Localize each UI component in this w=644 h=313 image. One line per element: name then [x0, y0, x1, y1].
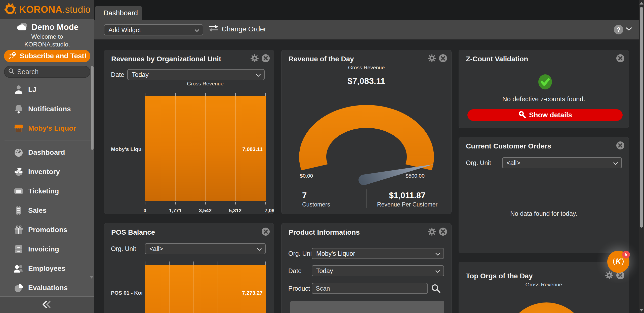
org-unit-select[interactable]: <all>	[502, 157, 622, 168]
sidebar-item-promotions[interactable]: Promotions	[0, 220, 94, 239]
logo-bar: KORONA.studio	[0, 0, 94, 19]
receipt-icon	[13, 205, 24, 216]
sidebar-item-mobys-liquor[interactable]: Moby's Liquor	[0, 119, 94, 138]
gear-icon[interactable]	[428, 227, 436, 236]
widget-top-orgs-of-the-day: Top Orgs of the Day Gross Revenue	[459, 262, 629, 313]
widget-title: Product Informations	[289, 228, 360, 236]
org-unit-label: Org. Unit	[288, 250, 313, 257]
widget-pos-balance: POS Balance Org. Unit <all>	[104, 223, 274, 313]
chevron-down-icon	[435, 267, 440, 275]
demo-mode-title: Demo Mode	[31, 22, 78, 32]
empty-state-message: No data found for today.	[459, 210, 629, 217]
magnifier-plus-icon	[518, 110, 526, 120]
x-tick: 7,083	[265, 208, 274, 214]
sidebar-collapse-button[interactable]	[0, 296, 94, 313]
close-icon[interactable]	[616, 141, 625, 150]
bar-value-label: 7,083.11	[242, 146, 263, 152]
sidebar-item-sales[interactable]: Sales	[0, 201, 94, 220]
bell-icon	[13, 103, 24, 115]
swap-arrows-icon	[208, 24, 219, 34]
close-icon[interactable]	[261, 227, 270, 236]
zcount-message: No defective z-counts found.	[459, 95, 629, 103]
close-icon[interactable]	[439, 227, 447, 236]
people-icon	[13, 263, 24, 274]
org-unit-select[interactable]: <all>	[145, 243, 266, 254]
chevron-down-icon[interactable]	[626, 27, 632, 32]
widget-revenues-by-org-unit: Revenues by Organizational Unit Date Tod…	[104, 50, 274, 214]
customers-stat: 7 Customers	[302, 191, 330, 208]
chevron-down-icon	[256, 71, 261, 78]
bar-pos-01[interactable]	[145, 265, 266, 313]
sidebar-search[interactable]	[4, 66, 90, 78]
gift-icon	[13, 224, 24, 235]
sidebar-item-notifications[interactable]: Notifications	[0, 99, 94, 119]
success-check-icon	[538, 74, 552, 91]
subscribe-button[interactable]: Subscribe and Test!	[4, 50, 90, 62]
gear-icon[interactable]	[605, 271, 614, 280]
widget-title: Z-Count Validation	[466, 55, 528, 63]
sidebar-item-invoicing[interactable]: Invoicing	[0, 239, 94, 259]
bar-value-label: 7,273.27	[242, 290, 263, 296]
window-scrollbar[interactable]	[639, 0, 644, 313]
scroll-down-arrow[interactable]	[639, 309, 643, 311]
cabinet-icon	[13, 244, 24, 255]
sidebar-menu: LJ Notifications Moby's Liquor	[0, 80, 94, 297]
sidebar-divider	[0, 138, 94, 143]
close-icon[interactable]	[439, 54, 447, 63]
sidebar-item-evaluations[interactable]: Evaluations	[0, 278, 94, 297]
search-icon	[8, 68, 15, 76]
widget-z-count-validation: Z-Count Validation No defective z-counts…	[459, 50, 629, 128]
pie-chart[interactable]	[505, 302, 588, 313]
widget-title: Revenues by Organizational Unit	[111, 55, 221, 63]
x-tick: 3,542	[195, 208, 215, 214]
help-icon[interactable]: ?	[614, 25, 623, 34]
sidebar-item-inventory[interactable]: Inventory	[0, 162, 94, 181]
gear-icon[interactable]	[250, 54, 259, 63]
widget-revenue-of-the-day: Revenue of the Day Gross Revenue $7,083.…	[281, 50, 452, 214]
svg-text:K: K	[616, 257, 622, 266]
product-scan-input[interactable]	[312, 283, 428, 294]
add-widget-select[interactable]: Add Widget	[104, 24, 203, 35]
y-axis-category-label: Moby's Liquor	[111, 146, 142, 152]
search-icon[interactable]	[431, 284, 441, 295]
chevron-down-icon	[257, 245, 262, 252]
widget-title: POS Balance	[111, 228, 155, 236]
scroll-up-arrow[interactable]	[639, 2, 643, 5]
pie-chart-icon	[13, 282, 24, 293]
date-select[interactable]: Today	[127, 69, 265, 80]
tab-dashboard[interactable]: Dashboard	[95, 6, 142, 20]
demo-mode-row: Demo Mode	[0, 22, 94, 32]
sidebar-item-employees[interactable]: Employees	[0, 259, 94, 278]
sidebar-item-dashboard[interactable]: Dashboard	[0, 143, 94, 162]
close-icon[interactable]	[616, 54, 625, 63]
cloud-icon	[16, 22, 29, 32]
stats-vertical-divider	[366, 189, 367, 208]
widget-title: Current Customer Orders	[466, 142, 551, 150]
chart-title: Gross Revenue	[459, 282, 629, 288]
date-label: Date	[288, 267, 302, 275]
gauge-metric-value: $7,083.11	[281, 76, 451, 86]
sidebar: KORONA.studio Demo Mode Welcome to KORON…	[0, 0, 94, 313]
collapse-chevrons-icon	[42, 301, 52, 309]
gauge-arc	[299, 105, 434, 170]
show-details-button[interactable]: Show details	[467, 109, 623, 121]
sidebar-item-user[interactable]: LJ	[0, 80, 94, 99]
sidebar-scroll-down-arrow[interactable]	[90, 276, 93, 279]
sidebar-item-ticketing[interactable]: Ticketing	[0, 181, 94, 201]
gauge-icon	[13, 147, 24, 158]
change-order-button[interactable]: Change Order	[208, 24, 266, 34]
close-icon[interactable]	[261, 54, 270, 63]
revenue-per-customer-stat: $1,011.87 Revenue Per Customer	[372, 191, 442, 208]
x-tick: 0	[140, 208, 150, 214]
org-unit-select[interactable]: Moby's Liquor	[312, 248, 444, 259]
gear-icon[interactable]	[428, 54, 436, 63]
x-tick: 5,312	[225, 208, 245, 214]
gauge-needle-pivot	[358, 175, 369, 185]
help-group: ?	[614, 25, 632, 34]
gauge-min-label: $0.00	[295, 173, 318, 179]
stats-divider	[289, 187, 444, 187]
date-select[interactable]: Today	[312, 265, 444, 276]
product-result-panel	[290, 301, 444, 313]
scrollbar-thumb[interactable]	[640, 7, 643, 228]
sidebar-scrollbar-thumb[interactable]	[91, 66, 94, 150]
